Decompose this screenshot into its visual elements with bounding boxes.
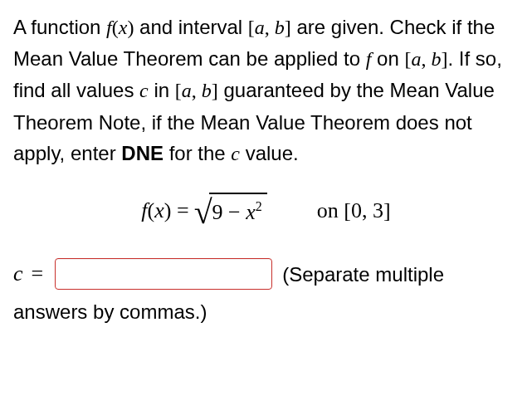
problem-statement: A function f(x) and interval [a, b] are … — [13, 12, 519, 169]
function-definition: f(x) = √ 9 − x2 — [141, 193, 266, 229]
text: in — [149, 79, 175, 101]
f-symbol: f — [141, 198, 147, 222]
separate-note-2: answers by commas.) — [13, 296, 519, 327]
b-symbol: b — [202, 80, 212, 101]
a-symbol: a — [411, 48, 421, 70]
equals: = — [32, 257, 44, 291]
b-symbol: b — [431, 48, 441, 70]
text: ] — [212, 80, 218, 101]
x-symbol: x — [154, 198, 164, 222]
equation-row: f(x) = √ 9 − x2 on [0, 3] — [13, 193, 519, 229]
text: and interval — [134, 16, 247, 38]
separate-note-1: (Separate multiple — [282, 259, 444, 290]
interval: [0, 3] — [344, 198, 390, 222]
a-symbol: a — [255, 17, 265, 38]
text: value. — [240, 142, 299, 164]
text: [ — [175, 80, 182, 101]
a-symbol: a — [182, 80, 192, 101]
answer-row: c = (Separate multiple — [13, 257, 519, 291]
f-symbol: f — [106, 17, 112, 38]
x-symbol: x — [246, 200, 256, 224]
c-value-input[interactable] — [55, 258, 272, 290]
lhs: f(x) = — [141, 194, 188, 227]
text: for the — [164, 142, 231, 164]
text: , — [265, 17, 275, 38]
text: [ — [248, 17, 255, 38]
c-symbol: c — [13, 257, 23, 291]
c-symbol: c — [231, 143, 240, 164]
minus: − — [223, 200, 246, 224]
text: A function — [13, 16, 106, 38]
sqrt-expression: √ 9 − x2 — [194, 193, 267, 229]
text: on — [371, 47, 404, 70]
dne-text: DNE — [121, 142, 164, 164]
text: ] — [285, 17, 291, 38]
text: , — [421, 48, 431, 70]
b-symbol: b — [275, 17, 285, 38]
interval-spec: on [0, 3] — [317, 194, 391, 227]
c-symbol: c — [139, 80, 149, 101]
x-symbol: x — [119, 17, 128, 38]
on-text: on — [317, 198, 344, 222]
text: , — [192, 80, 202, 101]
text: ( — [148, 198, 155, 222]
nine: 9 — [212, 200, 223, 224]
radicand: 9 − x2 — [209, 193, 267, 229]
text: ( — [112, 17, 119, 38]
equals: = — [171, 198, 188, 222]
exponent: 2 — [256, 199, 262, 213]
